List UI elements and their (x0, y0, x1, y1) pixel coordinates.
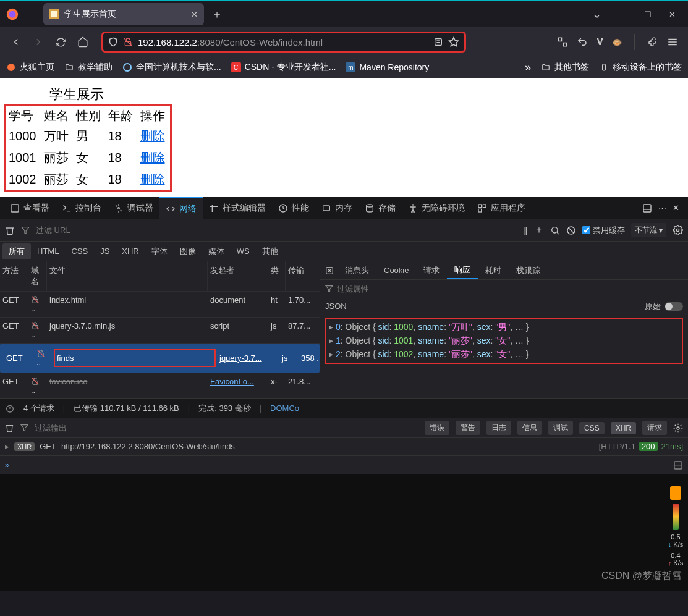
tab-style-editor[interactable]: 样式编辑器 (203, 197, 272, 219)
bookmarks-overflow-icon[interactable]: » (525, 61, 531, 74)
pill-warn[interactable]: 警告 (456, 421, 480, 435)
col-domain[interactable]: 域名 (28, 261, 47, 291)
resp-tab-stack[interactable]: 栈跟踪 (509, 263, 548, 279)
console-input-row[interactable]: » (0, 455, 688, 474)
filter-icon[interactable] (21, 226, 30, 235)
trash-icon[interactable] (5, 423, 14, 432)
trash-icon[interactable] (5, 226, 15, 235)
network-request-row[interactable]: GET ..findsjquery-3.7...js358 ... (0, 344, 320, 373)
filter-ws[interactable]: WS (231, 244, 256, 258)
response-close-icon[interactable] (325, 266, 334, 275)
extensions-icon[interactable] (647, 36, 658, 48)
stopwatch-icon[interactable] (5, 403, 15, 413)
filter-url-input[interactable] (36, 226, 517, 235)
bookmark-csdn[interactable]: CCSDN - 专业开发者社... (231, 62, 336, 73)
ext-undo-icon[interactable] (577, 36, 588, 48)
raw-toggle[interactable] (665, 302, 683, 311)
more-icon[interactable]: ⋯ (658, 203, 666, 213)
tab-accessibility[interactable]: 无障碍环境 (402, 197, 471, 219)
resp-tab-timing[interactable]: 耗时 (478, 263, 509, 279)
col-transfer[interactable]: 传输 (286, 261, 320, 291)
resp-tab-response[interactable]: 响应 (447, 262, 478, 279)
gear-icon[interactable] (673, 225, 683, 235)
tab-storage[interactable]: 存储 (359, 197, 402, 219)
bookmark-folder-other[interactable]: 其他书签 (541, 62, 589, 73)
tab-performance[interactable]: 性能 (272, 197, 315, 219)
filter-html[interactable]: HTML (31, 244, 65, 258)
reload-button[interactable] (51, 32, 70, 52)
pill-xhr[interactable]: XHR (611, 422, 636, 434)
col-initiator[interactable]: 发起者 (208, 261, 268, 291)
bookmark-maven[interactable]: mMaven Repository (346, 62, 429, 72)
filter-media[interactable]: 媒体 (202, 243, 231, 259)
window-close-icon[interactable]: ✕ (669, 10, 676, 19)
network-request-row[interactable]: GET ..favicon.icoFaviconLo...x-21.8... (0, 373, 320, 399)
filter-icon[interactable] (20, 424, 28, 432)
ext-monkey-icon[interactable]: 🐵 (612, 38, 622, 47)
shield-icon[interactable] (108, 37, 118, 47)
throttle-select[interactable]: 不节流▾ (631, 223, 666, 237)
ext-crop-icon[interactable] (557, 36, 568, 48)
pill-error[interactable]: 错误 (425, 421, 449, 435)
bookmark-ncre[interactable]: 全国计算机技术与软... (122, 62, 221, 73)
filter-icon[interactable] (325, 285, 333, 293)
chevron-down-icon[interactable]: ⌄ (592, 7, 601, 21)
tab-network[interactable]: 网络 (159, 197, 203, 219)
pause-icon[interactable]: ‖ (524, 226, 528, 235)
json-object-row[interactable]: ▸1: Object { sid: 1001, sname: "丽莎", sex… (329, 334, 679, 348)
collapse-drawer-icon[interactable] (673, 460, 683, 470)
filter-all[interactable]: 所有 (2, 243, 31, 259)
disable-cache-checkbox[interactable]: 禁用缓存 (582, 225, 625, 236)
bookmark-folder-teaching[interactable]: 教学辅助 (64, 62, 113, 73)
minimize-icon[interactable]: ― (619, 10, 627, 19)
maximize-icon[interactable]: ☐ (644, 10, 652, 19)
lock-insecure-icon[interactable] (123, 37, 133, 47)
back-button[interactable] (6, 32, 26, 52)
json-object-row[interactable]: ▸0: Object { sid: 1000, sname: "万叶", sex… (329, 321, 679, 334)
filter-css[interactable]: CSS (65, 244, 94, 258)
dock-icon[interactable] (642, 203, 652, 213)
close-icon[interactable]: ✕ (191, 10, 198, 19)
console-url[interactable]: http://192.168.122.2:8080/CentOS-Web/stu… (61, 442, 235, 451)
gear-icon[interactable] (673, 423, 683, 433)
bookmark-star-icon[interactable] (448, 36, 459, 48)
resp-tab-headers[interactable]: 消息头 (338, 263, 376, 279)
pill-info[interactable]: 信息 (517, 421, 542, 435)
tab-memory[interactable]: 内存 (315, 197, 359, 219)
tab-debugger[interactable]: 调试器 (108, 197, 159, 219)
col-method[interactable]: 方法 (0, 261, 28, 291)
resp-tab-cookie[interactable]: Cookie (376, 263, 416, 277)
home-button[interactable] (73, 32, 93, 52)
bookmark-firefox-home[interactable]: 火狐主页 (6, 62, 54, 73)
overlay-shield-icon[interactable] (670, 486, 681, 500)
url-bar[interactable]: 192.168.122.2:8080/CentOS-Web/index.html (101, 32, 466, 53)
json-object-row[interactable]: ▸2: Object { sid: 1002, sname: "丽莎", sex… (329, 348, 679, 361)
new-tab-button[interactable]: ＋ (211, 7, 223, 22)
pill-requests[interactable]: 请求 (642, 421, 667, 435)
filter-xhr[interactable]: XHR (116, 244, 145, 258)
bookmark-mobile[interactable]: 移动设备上的书签 (599, 62, 682, 73)
block-icon[interactable] (566, 226, 576, 235)
forward-button[interactable] (28, 32, 48, 52)
filter-font[interactable]: 字体 (145, 243, 174, 259)
filter-img[interactable]: 图像 (174, 243, 202, 259)
expand-icon[interactable]: ▸ (5, 442, 9, 451)
delete-link[interactable]: 删除 (140, 129, 165, 143)
ext-v-icon[interactable]: V (597, 36, 603, 48)
tab-application[interactable]: 应用程序 (471, 197, 532, 219)
filter-js[interactable]: JS (94, 244, 116, 258)
col-type[interactable]: 类 (268, 261, 286, 291)
pill-debug[interactable]: 调试 (548, 421, 573, 435)
pill-css[interactable]: CSS (579, 422, 605, 434)
network-request-row[interactable]: GET ..index.htmldocumentht1.70... (0, 292, 320, 318)
tab-console[interactable]: 控制台 (56, 197, 108, 219)
browser-tab[interactable]: 学生展示首页 ✕ (43, 3, 204, 25)
delete-link[interactable]: 删除 (140, 172, 165, 186)
reader-icon[interactable] (433, 37, 443, 47)
search-icon[interactable] (550, 226, 560, 235)
resp-tab-request[interactable]: 请求 (416, 263, 447, 279)
console-log-row[interactable]: ▸ XHR GET http://192.168.122.2:8080/Cent… (0, 438, 688, 455)
col-file[interactable]: 文件 (47, 261, 208, 291)
pill-log[interactable]: 日志 (486, 421, 511, 435)
app-menu-icon[interactable] (667, 36, 678, 48)
